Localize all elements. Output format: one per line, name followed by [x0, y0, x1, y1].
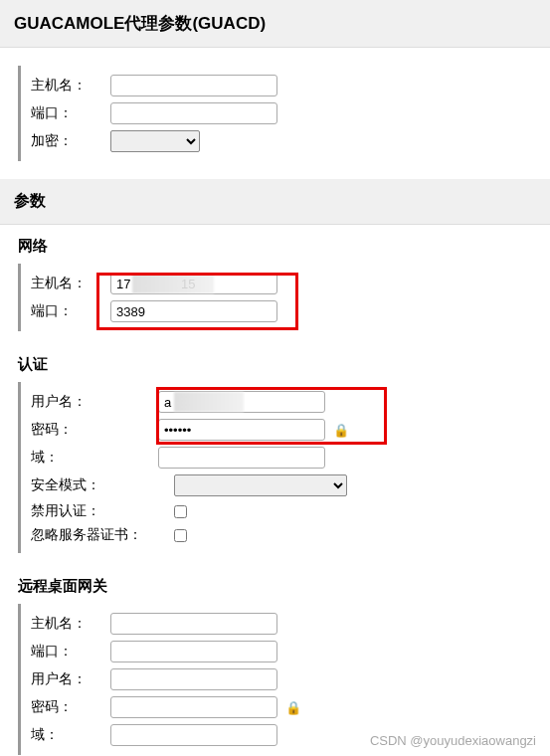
- auth-heading: 认证: [0, 343, 550, 382]
- network-port-input[interactable]: [110, 300, 277, 322]
- auth-password-label: 密码：: [31, 421, 158, 439]
- guacd-encryption-select[interactable]: [110, 130, 200, 152]
- gateway-username-label: 用户名：: [31, 670, 110, 688]
- gateway-password-label: 密码：: [31, 698, 110, 716]
- auth-password-input[interactable]: [158, 419, 325, 441]
- auth-ignore-cert-checkbox[interactable]: [174, 529, 187, 542]
- gateway-password-input[interactable]: [110, 696, 277, 718]
- network-port-label: 端口：: [31, 302, 110, 320]
- gateway-port-input[interactable]: [110, 641, 277, 662]
- auth-security-label: 安全模式：: [31, 476, 174, 494]
- section-header-guacd: GUACAMOLE代理参数(GUACD): [0, 0, 550, 48]
- auth-security-select[interactable]: [174, 474, 347, 496]
- gateway-hostname-input[interactable]: [110, 613, 277, 635]
- guacd-hostname-input[interactable]: [110, 75, 277, 96]
- lock-icon: 🔒: [285, 700, 301, 715]
- gateway-username-input[interactable]: [110, 668, 277, 690]
- guacd-port-label: 端口：: [31, 104, 110, 122]
- guacd-encryption-label: 加密：: [31, 132, 110, 150]
- auth-disable-auth-checkbox[interactable]: [174, 505, 187, 518]
- auth-disable-auth-label: 禁用认证：: [31, 502, 174, 520]
- gateway-domain-label: 域：: [31, 726, 110, 744]
- guacd-hostname-label: 主机名：: [31, 77, 110, 94]
- gateway-hostname-label: 主机名：: [31, 615, 110, 633]
- gateway-domain-input[interactable]: [110, 724, 277, 746]
- gateway-port-label: 端口：: [31, 643, 110, 661]
- auth-domain-input[interactable]: [158, 447, 325, 469]
- guacd-port-input[interactable]: [110, 102, 277, 124]
- gateway-heading: 远程桌面网关: [0, 565, 550, 604]
- section-header-params: 参数: [0, 179, 550, 225]
- auth-username-label: 用户名：: [31, 393, 158, 411]
- auth-ignore-cert-label: 忽略服务器证书：: [31, 526, 174, 544]
- network-hostname-label: 主机名：: [31, 275, 110, 292]
- auth-domain-label: 域：: [31, 449, 158, 467]
- lock-icon: 🔒: [333, 423, 349, 438]
- network-heading: 网络: [0, 225, 550, 264]
